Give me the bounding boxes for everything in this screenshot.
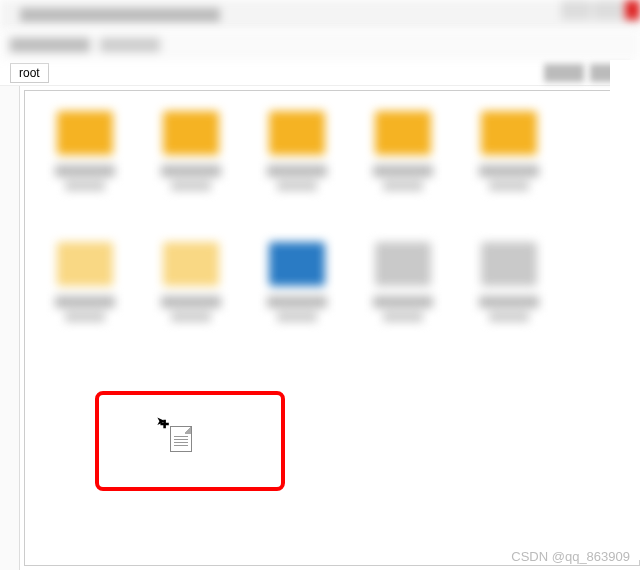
folder-item[interactable] bbox=[257, 242, 337, 337]
toolbar bbox=[0, 30, 640, 60]
path-bar: root bbox=[0, 60, 640, 86]
file-grid bbox=[45, 111, 619, 337]
cursor-arrow-icon: ➤ bbox=[156, 414, 166, 428]
close-button[interactable] bbox=[625, 0, 640, 20]
folder-item[interactable] bbox=[45, 242, 125, 337]
watermark: CSDN @qq_863909 bbox=[511, 549, 630, 564]
path-control[interactable] bbox=[544, 64, 584, 82]
folder-item[interactable] bbox=[363, 242, 443, 337]
path-segment-root[interactable]: root bbox=[10, 63, 49, 83]
right-edge bbox=[610, 60, 640, 560]
folder-item[interactable] bbox=[151, 242, 231, 337]
folder-item[interactable] bbox=[45, 111, 125, 206]
folder-item[interactable] bbox=[469, 111, 549, 206]
folder-item[interactable] bbox=[257, 111, 337, 206]
maximize-button[interactable] bbox=[593, 0, 623, 20]
sidebar bbox=[0, 86, 20, 570]
paste-cursor-icon: ✚ ➤ bbox=[170, 426, 192, 452]
folder-item[interactable] bbox=[363, 111, 443, 206]
file-panel[interactable]: ✚ ➤ bbox=[24, 90, 640, 566]
window-titlebar bbox=[0, 0, 640, 30]
document-icon bbox=[170, 426, 192, 452]
folder-item[interactable] bbox=[469, 242, 549, 337]
minimize-button[interactable] bbox=[561, 0, 591, 20]
folder-item[interactable] bbox=[151, 111, 231, 206]
